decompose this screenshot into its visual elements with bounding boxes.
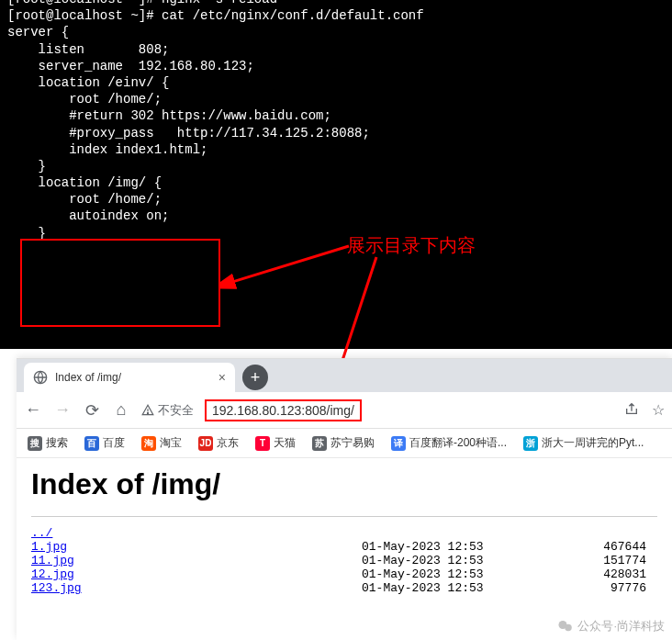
terminal-line: location /img/ { (7, 174, 665, 191)
terminal-line: location /einv/ { (7, 74, 665, 91)
file-row: 11.jpg01-May-2023 12:53151774 (31, 554, 657, 567)
svg-point-4 (147, 412, 148, 413)
tab-title: Index of /img/ (55, 371, 211, 384)
file-link[interactable]: 1.jpg (31, 540, 362, 554)
terminal-line: server_name 192.168.80.123; (7, 58, 665, 74)
terminal-line: [root@localhost ~]# cat /etc/nginx/conf.… (7, 7, 665, 24)
terminal-line: } (7, 158, 665, 174)
file-size: 467644 (582, 540, 646, 554)
bookmark-label: 京东 (217, 435, 239, 451)
file-row: 1.jpg01-May-2023 12:53467644 (31, 540, 657, 554)
security-indicator[interactable]: 不安全 (141, 402, 194, 419)
bookmark-favicon: T (255, 436, 270, 451)
svg-point-6 (566, 624, 573, 632)
bookmark-item[interactable]: 百百度 (84, 435, 125, 451)
file-listing: ../ 1.jpg01-May-2023 12:5346764411.jpg01… (31, 526, 657, 595)
divider (31, 516, 657, 517)
globe-icon (33, 370, 48, 385)
tab-bar: Index of /img/ × + (17, 359, 672, 392)
annotation-text: 展示目录下内容 (347, 233, 476, 258)
file-size: 428031 (582, 567, 646, 581)
file-link[interactable]: 12.jpg (31, 567, 362, 581)
bookmark-item[interactable]: 浙浙大一周讲完的Pyt... (523, 435, 644, 451)
bookmark-item[interactable]: 淘淘宝 (141, 435, 182, 451)
browser-window: Index of /img/ × + ← → ⟳ ⌂ 不安全 192.168.8… (17, 358, 672, 640)
terminal-line: autoindex on; (7, 208, 665, 224)
back-button[interactable]: ← (24, 400, 42, 420)
terminal-line: listen 808; (7, 41, 665, 58)
warning-icon (141, 404, 154, 417)
bookmarks-bar: 搜搜索百百度淘淘宝JD京东T天猫苏苏宁易购译百度翻译-200种语...浙浙大一周… (17, 429, 672, 458)
bookmark-label: 浙大一周讲完的Pyt... (542, 435, 644, 451)
terminal: [root@localhost ~]# nginx -s reload [roo… (0, 0, 672, 349)
page-content: Index of /img/ ../ 1.jpg01-May-2023 12:5… (17, 458, 672, 604)
browser-tab[interactable]: Index of /img/ × (24, 363, 235, 392)
file-date: 01-May-2023 12:53 (362, 554, 582, 567)
file-size: 97776 (582, 581, 646, 595)
share-icon[interactable] (624, 401, 639, 420)
file-link[interactable]: 123.jpg (31, 581, 362, 595)
parent-dir-link[interactable]: ../ (31, 526, 362, 540)
bookmark-favicon: 淘 (141, 436, 156, 451)
watermark: 公众号·尚洋科技 (557, 618, 665, 634)
star-icon[interactable]: ☆ (652, 401, 665, 420)
terminal-line: #return 302 https://www.baidu.com; (7, 107, 665, 124)
bookmark-favicon: 百 (84, 436, 99, 451)
bookmark-item[interactable]: JD京东 (198, 435, 239, 451)
terminal-line: [root@localhost ~]# nginx -s reload (7, 0, 665, 7)
bookmark-label: 苏宁易购 (330, 435, 375, 451)
bookmark-item[interactable]: T天猫 (255, 435, 296, 451)
file-size: 151774 (582, 554, 646, 567)
new-tab-button[interactable]: + (242, 365, 268, 390)
url-bar[interactable]: 192.168.80.123:808/img/ (205, 399, 362, 421)
file-row: 123.jpg01-May-2023 12:5397776 (31, 581, 657, 595)
bookmark-favicon: 译 (391, 436, 406, 451)
terminal-line: server { (7, 24, 665, 40)
bookmark-favicon: JD (198, 436, 213, 451)
highlight-box-code (20, 239, 220, 327)
wechat-icon (557, 618, 574, 634)
tab-close-button[interactable]: × (218, 370, 226, 385)
file-date: 01-May-2023 12:53 (362, 540, 582, 554)
bookmark-item[interactable]: 苏苏宁易购 (312, 435, 375, 451)
bookmark-item[interactable]: 译百度翻译-200种语... (391, 435, 507, 451)
bookmark-favicon: 浙 (523, 436, 538, 451)
page-heading: Index of /img/ (31, 467, 657, 501)
terminal-line: root /home/; (7, 191, 665, 208)
bookmark-label: 天猫 (274, 435, 296, 451)
bookmark-label: 百度翻译-200种语... (409, 435, 507, 451)
file-date: 01-May-2023 12:53 (362, 581, 582, 595)
reload-button[interactable]: ⟳ (83, 400, 101, 421)
watermark-text: 公众号·尚洋科技 (577, 618, 665, 634)
toolbar-right: ☆ (624, 401, 665, 420)
file-link[interactable]: 11.jpg (31, 554, 362, 567)
bookmark-favicon: 苏 (312, 436, 327, 451)
bookmark-label: 百度 (103, 435, 125, 451)
home-button[interactable]: ⌂ (112, 400, 130, 420)
bookmark-favicon: 搜 (28, 436, 42, 451)
terminal-line: #proxy_pass http://117.34.125.2:8088; (7, 125, 665, 141)
browser-toolbar: ← → ⟳ ⌂ 不安全 192.168.80.123:808/img/ ☆ (17, 392, 672, 429)
bookmark-item[interactable]: 搜搜索 (28, 435, 68, 451)
file-date: 01-May-2023 12:53 (362, 567, 582, 581)
file-row: 12.jpg01-May-2023 12:53428031 (31, 567, 657, 581)
forward-button[interactable]: → (53, 400, 72, 420)
terminal-line: index index1.html; (7, 141, 665, 158)
terminal-line: root /home/; (7, 91, 665, 107)
bookmark-label: 淘宝 (160, 435, 182, 451)
bookmark-label: 搜索 (46, 435, 68, 451)
security-label-text: 不安全 (158, 402, 194, 419)
